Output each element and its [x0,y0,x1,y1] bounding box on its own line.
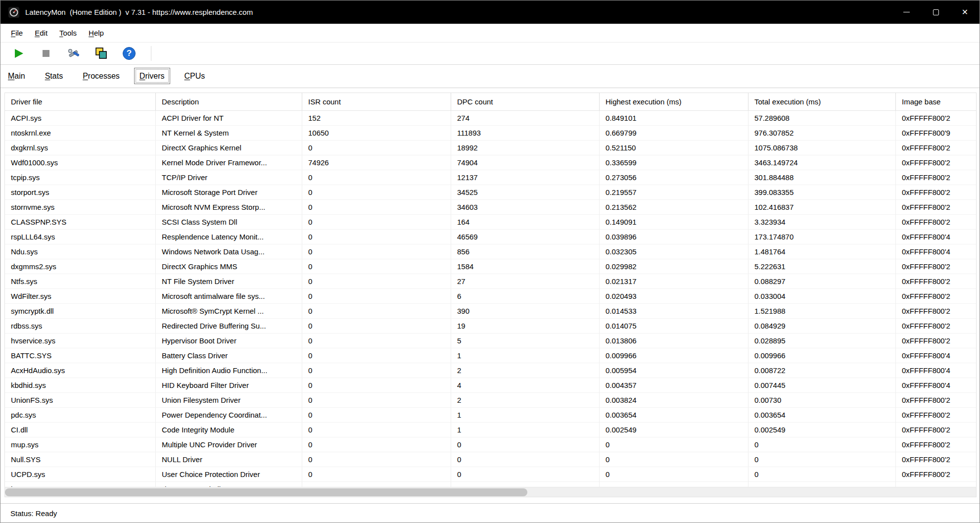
table-row[interactable]: AcxHdAudio.sys High Definition Audio Fun… [5,363,976,378]
table-row[interactable]: dxgmms2.sys DirectX Graphics MMS 0 1584 … [5,259,976,274]
cell-driver-file: Wdf01000.sys [5,155,156,170]
cell-isr-count: 0 [302,378,451,393]
horizontal-scrollbar[interactable] [5,487,976,497]
table-row[interactable]: dxgkrnl.sys DirectX Graphics Kernel 0 18… [5,141,976,155]
menu-help[interactable]: Help [83,26,110,40]
table-row[interactable]: CLASSPNP.SYS SCSI Class System Dll 0 164… [5,215,976,230]
table-row[interactable]: stornvme.sys Microsoft NVM Express Storp… [5,200,976,215]
options-button[interactable] [67,47,81,60]
cell-dpc-count: 19 [451,319,600,333]
menu-edit[interactable]: Edit [29,26,53,40]
table-row[interactable]: Null.SYS NULL Driver 0 0 0 0 0xFFFFF800'… [5,452,976,467]
cell-driver-file: hvservice.sys [5,333,156,348]
cell-total-execution: 0.003654 [748,408,896,423]
column-header-description[interactable]: Description [156,93,302,110]
table-row[interactable]: storport.sys Microsoft Storage Port Driv… [5,185,976,200]
column-header-total-execution[interactable]: Total execution (ms) [748,93,896,110]
cell-description: Resplendence Latency Monit... [156,230,302,244]
toolbar-separator [151,46,151,61]
table-row[interactable]: mup.sys Multiple UNC Provider Driver 0 0… [5,437,976,452]
minimize-icon [903,12,910,12]
menubar: File Edit Tools Help [0,24,980,43]
cell-highest-execution: 0.849101 [600,111,748,126]
table-row[interactable]: Wdf01000.sys Kernel Mode Driver Framewor… [5,155,976,170]
table-row[interactable]: CI.dll Code Integrity Module 0 1 0.00254… [5,423,976,437]
cell-description: SCSI Class System Dll [156,215,302,230]
cell-dpc-count: 74904 [451,155,600,170]
help-button[interactable]: ? [122,47,136,60]
table-row[interactable]: rdbss.sys Redirected Drive Buffering Su.… [5,319,976,333]
cell-description: User Choice Protection Driver [156,467,302,482]
cell-total-execution: 102.416837 [748,200,896,215]
table-row[interactable]: ACPI.sys ACPI Driver for NT 152 274 0.84… [5,111,976,126]
status-text: Status: Ready [10,509,57,518]
cell-isr-count: 0 [302,289,451,304]
tab-cpus[interactable]: CPUs [185,72,205,81]
table-row[interactable]: rspLLL64.sys Resplendence Latency Monit.… [5,230,976,244]
table-row[interactable]: Ndu.sys Windows Network Data Usag... 0 8… [5,244,976,259]
maximize-button[interactable] [921,0,950,24]
cell-highest-execution: 0.014533 [600,304,748,319]
table-row[interactable]: ntoskrnl.exe NT Kernel & System 10650 11… [5,126,976,141]
cell-driver-file: CLASSPNP.SYS [5,215,156,230]
cell-image-base: 0xFFFFF800'2 [896,393,976,408]
cell-isr-count: 74926 [302,155,451,170]
cell-description: Microsoft antimalware file sys... [156,289,302,304]
column-header-dpc-count[interactable]: DPC count [451,93,600,110]
table-header: Driver file Description ISR count DPC co… [5,93,976,111]
cell-isr-count: 152 [302,111,451,126]
cell-description: Microsoft® SymCrypt Kernel ... [156,304,302,319]
cell-description: Redirected Drive Buffering Su... [156,319,302,333]
column-header-driver-file[interactable]: Driver file [5,93,156,110]
table-row[interactable]: hvservice.sys Hypervisor Boot Driver 0 5… [5,333,976,348]
cell-highest-execution: 0.002549 [600,423,748,437]
start-monitor-button[interactable] [11,47,25,60]
horizontal-scrollbar-thumb[interactable] [5,488,527,496]
cell-driver-file: Null.SYS [5,452,156,467]
menu-file[interactable]: File [5,26,29,40]
tab-drivers[interactable]: Drivers [140,72,165,81]
minimize-button[interactable] [892,0,921,24]
cell-driver-file: stornvme.sys [5,200,156,215]
column-header-isr-count[interactable]: ISR count [302,93,451,110]
table-row[interactable]: UCPD.sys User Choice Protection Driver 0… [5,467,976,482]
cell-image-base: 0xFFFFF800'2 [896,274,976,289]
tab-stats[interactable]: Stats [45,72,63,81]
table-row[interactable]: symcryptk.dll Microsoft® SymCrypt Kernel… [5,304,976,319]
table-row[interactable]: BATTC.SYS Battery Class Driver 0 1 0.009… [5,348,976,363]
cell-description: Microsoft Storage Port Driver [156,185,302,200]
column-header-image-base[interactable]: Image base [896,93,976,110]
cell-driver-file: WdFilter.sys [5,289,156,304]
cell-highest-execution: 0.021317 [600,274,748,289]
report-button[interactable] [94,47,108,60]
tab-processes[interactable]: Processes [83,72,120,81]
table-row[interactable]: tcpip.sys TCP/IP Driver 0 12137 0.273056… [5,170,976,185]
cell-highest-execution: 0 [600,452,748,467]
cell-driver-file: mup.sys [5,437,156,452]
cell-dpc-count: 1 [451,423,600,437]
cell-isr-count: 0 [302,393,451,408]
window-controls: ✕ [892,0,980,24]
cell-dpc-count: 18992 [451,141,600,155]
table-row[interactable]: pdc.sys Power Dependency Coordinat... 0 … [5,408,976,423]
table-row[interactable]: UnionFS.sys Union Filesystem Driver 0 2 … [5,393,976,408]
column-header-highest-execution[interactable]: Highest execution (ms) [600,93,748,110]
cell-image-base: 0xFFFFF800'2 [896,452,976,467]
table-row[interactable]: WdFilter.sys Microsoft antimalware file … [5,289,976,304]
table-row[interactable]: kbdhid.sys HID Keyboard Filter Driver 0 … [5,378,976,393]
close-button[interactable]: ✕ [950,0,980,24]
cell-dpc-count: 27 [451,274,600,289]
menu-tools[interactable]: Tools [53,26,83,40]
cell-total-execution: 1.481764 [748,244,896,259]
cell-image-base: 0xFFFFF800'4 [896,363,976,378]
app-icon [8,6,20,18]
table-row[interactable]: Ntfs.sys NT File System Driver 0 27 0.02… [5,274,976,289]
cell-isr-count: 0 [302,259,451,274]
cell-isr-count: 0 [302,437,451,452]
tab-main[interactable]: Main [8,72,25,81]
cell-image-base: 0xFFFFF800'4 [896,348,976,363]
stop-monitor-button[interactable] [39,47,53,60]
toolbar: ? [0,43,980,65]
cell-dpc-count: 34603 [451,200,600,215]
cell-image-base: 0xFFFFF800'2 [896,467,976,482]
